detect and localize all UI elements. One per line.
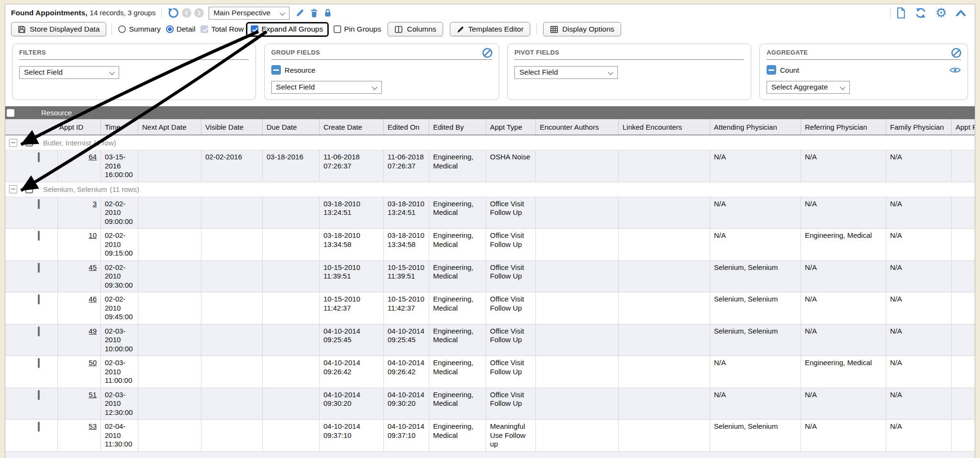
aggregate-select[interactable]: Select Aggregate: [767, 81, 850, 94]
column-header[interactable]: Edited On: [384, 119, 429, 134]
appt-id-link[interactable]: 64: [89, 153, 97, 161]
cell-appt-id: 64: [58, 150, 101, 182]
appt-id-link[interactable]: 51: [89, 391, 97, 399]
expand-all-groups-highlight: Expand All Groups: [246, 22, 329, 37]
appt-id-link[interactable]: 45: [89, 263, 97, 271]
pivot-fields-title: PIVOT FIELDS: [514, 49, 744, 60]
cell-next-apt: [138, 388, 201, 420]
top-toolbar: Found Appointments, 14 records, 3 groups…: [5, 4, 975, 21]
row-checkbox[interactable]: [38, 152, 40, 162]
expand-all-groups-checkbox[interactable]: [251, 25, 258, 33]
group-checkbox[interactable]: [25, 139, 33, 146]
lock-perspective-icon[interactable]: [323, 8, 332, 18]
column-header[interactable]: Appt ID: [5, 119, 101, 134]
pivot-fields-select[interactable]: Select Field: [514, 66, 618, 79]
cell-appt-re: [952, 324, 975, 356]
appointment-row: 4902-03-2010 10:00:0004-10-2014 09:25:45…: [5, 324, 975, 357]
settings-gear-icon[interactable]: ⚙: [935, 7, 947, 19]
filters-field-select[interactable]: Select Field: [19, 66, 119, 79]
appt-id-link[interactable]: 10: [89, 231, 97, 239]
column-header[interactable]: Visible Date: [201, 119, 263, 134]
perspective-select[interactable]: Main Perspective: [209, 7, 290, 20]
cell-create: 04-10-2014 09:25:45: [320, 324, 384, 356]
clear-group-fields-icon[interactable]: [482, 47, 493, 58]
store-displayed-data-button[interactable]: Store Displayed Data: [11, 22, 106, 36]
prev-perspective-icon[interactable]: [182, 8, 191, 18]
detail-radio[interactable]: Detail: [166, 25, 196, 34]
column-header[interactable]: Appt Re: [952, 119, 975, 134]
cell-family: N/A: [886, 388, 952, 420]
remove-field-icon[interactable]: [271, 65, 281, 75]
row-checkbox[interactable]: [38, 358, 40, 368]
columns-button[interactable]: Columns: [388, 22, 443, 36]
column-header[interactable]: Time: [101, 119, 138, 134]
group-checkbox[interactable]: [25, 186, 33, 193]
collapse-panel-icon[interactable]: [956, 9, 966, 17]
column-header[interactable]: Due Date: [263, 119, 320, 134]
column-header[interactable]: Family Physician: [886, 119, 952, 134]
cell-attending: Selenium, Selenium: [710, 261, 801, 292]
cell-due: [263, 197, 320, 229]
select-all-checkbox[interactable]: [7, 109, 14, 117]
column-header[interactable]: Linked Encounters: [619, 119, 710, 134]
appt-id-link[interactable]: 3: [93, 200, 97, 208]
remove-aggregate-icon[interactable]: [767, 65, 776, 75]
cell-enc-authors: [536, 324, 619, 356]
cell-time: 02-02-2010 09:00:00: [101, 197, 138, 229]
column-header[interactable]: Create Date: [320, 119, 384, 134]
appt-id-link[interactable]: 49: [89, 327, 97, 335]
cell-family: N/A: [886, 229, 952, 260]
row-checkbox[interactable]: [38, 294, 40, 304]
row-checkbox[interactable]: [38, 231, 40, 241]
group-collapse-toggle-icon[interactable]: [9, 139, 17, 147]
column-header[interactable]: Attending Physician: [710, 119, 801, 134]
column-header[interactable]: Referring Physician: [801, 119, 886, 134]
group-collapse-toggle-icon[interactable]: [9, 185, 17, 193]
summary-radio[interactable]: Summary: [118, 25, 160, 34]
row-checkbox[interactable]: [38, 326, 40, 336]
cell-due: [263, 356, 320, 388]
delete-perspective-icon[interactable]: [310, 8, 319, 18]
column-header[interactable]: Appt Type: [486, 119, 536, 134]
cell-appt-type: Office Visit Follow Up: [486, 292, 536, 324]
appt-id-link[interactable]: 50: [89, 358, 97, 367]
column-header[interactable]: Edited By: [429, 119, 486, 134]
row-select-cell: [5, 324, 58, 356]
clear-aggregate-icon[interactable]: [951, 47, 962, 58]
row-checkbox[interactable]: [38, 422, 40, 432]
row-checkbox[interactable]: [38, 390, 40, 400]
edit-perspective-icon[interactable]: [295, 8, 305, 18]
new-document-icon[interactable]: [896, 7, 906, 19]
appt-id-link[interactable]: 53: [89, 422, 97, 430]
templates-editor-button[interactable]: Templates Editor: [450, 22, 530, 36]
next-perspective-icon[interactable]: [194, 8, 204, 18]
row-select-cell: [5, 150, 58, 182]
cell-due: [263, 292, 320, 324]
cell-time: 02-02-2010 09:45:00: [101, 292, 138, 324]
pin-groups-checkbox-box[interactable]: [334, 25, 341, 33]
refresh-icon[interactable]: [914, 7, 927, 19]
summary-radio-circle[interactable]: [118, 25, 126, 33]
pin-groups-checkbox[interactable]: Pin Groups: [334, 25, 381, 34]
total-row-checkbox[interactable]: Total Row: [200, 25, 244, 34]
total-row-checkbox-box[interactable]: [200, 25, 208, 33]
cell-next-apt: [138, 150, 201, 182]
column-header[interactable]: Encounter Authors: [536, 119, 619, 134]
filters-panel: FILTERS Select Field: [12, 44, 256, 100]
cell-referring: Engineering, Medical: [801, 356, 886, 388]
row-checkbox[interactable]: [38, 199, 40, 209]
cell-time: 02-04-2010 11:30:00: [101, 420, 138, 451]
eye-icon[interactable]: [949, 66, 961, 74]
column-header[interactable]: Next Apt Date: [138, 119, 201, 134]
appt-id-link[interactable]: 46: [89, 295, 97, 303]
display-options-button[interactable]: Display Options: [543, 22, 621, 36]
cell-time: 02-02-2010 09:30:00: [101, 261, 138, 292]
row-checkbox[interactable]: [38, 263, 40, 273]
undo-icon[interactable]: [167, 7, 179, 19]
cell-due: 03-18-2016: [263, 150, 320, 182]
detail-radio-circle[interactable]: [166, 25, 174, 33]
cell-attending: N/A: [710, 388, 801, 420]
cell-attending: N/A: [710, 150, 801, 182]
cell-visible: [201, 356, 263, 388]
group-fields-select[interactable]: Select Field: [271, 81, 382, 94]
